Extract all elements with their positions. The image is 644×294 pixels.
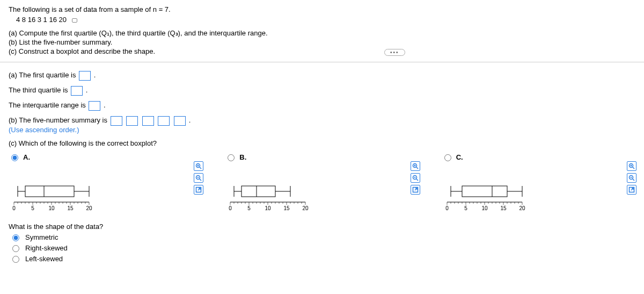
axis-ticks-a: 05101520 [12, 202, 92, 211]
shape-label-2: Left-skewed [25, 255, 63, 263]
boxplot-b-svg: 05101520 [225, 175, 311, 213]
boxplot-a-svg: 05101520 [9, 175, 94, 213]
svg-text:20: 20 [303, 205, 309, 211]
choice-a-radio[interactable] [11, 154, 18, 161]
period: . [86, 86, 88, 94]
shape-label-0: Symmetric [25, 233, 58, 241]
svg-text:0: 0 [445, 205, 449, 211]
fivenum-input-4[interactable] [158, 116, 170, 126]
svg-line-43 [416, 167, 418, 169]
svg-text:10: 10 [481, 205, 488, 211]
q3-label: The third quartile is [9, 86, 70, 94]
fivenum-label: (b) The five-number summary is [9, 116, 109, 124]
fivenum-input-3[interactable] [142, 116, 154, 126]
zoom-out-icon[interactable] [194, 173, 203, 183]
choice-a-label: A. [23, 153, 30, 161]
choice-c-radio[interactable] [444, 154, 451, 161]
shape-opt-symmetric[interactable]: Symmetric [10, 233, 635, 241]
period: . [94, 71, 96, 79]
period: . [104, 101, 106, 109]
task-a: (a) Compute the first quartile (Q₁), the… [9, 29, 635, 37]
zoom-in-icon[interactable] [627, 161, 636, 171]
drag-data-icon[interactable] [72, 18, 77, 23]
expand-icon[interactable] [627, 185, 636, 195]
boxplot-choices: A. 05101520 [9, 153, 636, 213]
zoom-out-icon[interactable] [411, 173, 420, 183]
task-c: (c) Construct a boxplot and describe the… [9, 47, 635, 55]
svg-text:5: 5 [248, 205, 251, 211]
choice-c: C. 05101520 [442, 153, 636, 213]
shape-radio-left[interactable] [12, 256, 19, 263]
svg-text:15: 15 [284, 205, 290, 211]
shape-label-1: Right-skewed [25, 244, 68, 252]
svg-text:20: 20 [519, 205, 525, 211]
more-options-button[interactable]: ••• [384, 49, 405, 56]
svg-text:10: 10 [265, 205, 272, 211]
svg-line-5 [200, 179, 201, 181]
svg-text:0: 0 [229, 205, 232, 211]
data-values-text: 4 8 16 3 1 16 20 [16, 16, 67, 24]
svg-line-89 [633, 179, 634, 181]
shape-options: Symmetric Right-skewed Left-skewed [9, 233, 635, 263]
period: . [189, 116, 191, 124]
svg-text:15: 15 [67, 205, 74, 211]
svg-text:10: 10 [48, 205, 55, 211]
choice-b-radio[interactable] [228, 154, 235, 161]
shape-opt-left[interactable]: Left-skewed [10, 254, 635, 263]
boxplot-c-svg: 05101520 [442, 175, 528, 213]
zoom-in-icon[interactable] [411, 161, 420, 171]
answer-fivenum-row: (b) The five-number summary is . (Use as… [9, 116, 635, 134]
q1-label: (a) The first quartile is [9, 71, 78, 79]
expand-icon[interactable] [194, 185, 203, 195]
shape-opt-right[interactable]: Right-skewed [10, 243, 635, 252]
fivenum-hint: (Use ascending order.) [9, 126, 635, 134]
answer-q1-row: (a) The first quartile is . [9, 71, 635, 81]
svg-text:0: 0 [12, 205, 16, 211]
choice-b-label: B. [239, 153, 246, 161]
svg-rect-38 [25, 186, 74, 197]
expand-icon[interactable] [411, 185, 420, 195]
divider [0, 62, 644, 62]
svg-text:15: 15 [500, 205, 507, 211]
data-values: 4 8 16 3 1 16 20 [16, 16, 635, 24]
fivenum-input-2[interactable] [126, 116, 138, 126]
svg-line-85 [633, 167, 634, 169]
task-b: (b) List the five-number summary. [9, 38, 635, 46]
q1-input[interactable] [79, 71, 91, 81]
choice-b: B. 05101520 [225, 153, 420, 213]
zoom-in-icon[interactable] [194, 161, 203, 171]
shape-radio-symmetric[interactable] [12, 234, 19, 241]
q3-input[interactable] [71, 86, 83, 96]
answer-q3-row: The third quartile is . [9, 86, 635, 96]
svg-text:5: 5 [31, 205, 34, 211]
svg-text:20: 20 [86, 205, 92, 211]
answer-iqr-row: The interquartile range is . [9, 101, 635, 111]
svg-text:5: 5 [464, 205, 467, 211]
svg-rect-80 [241, 186, 275, 197]
choice-c-label: C. [456, 153, 463, 161]
boxplot-question: (c) Which of the following is the correc… [9, 139, 635, 147]
svg-line-47 [416, 179, 418, 181]
svg-rect-122 [462, 186, 507, 197]
shape-radio-right[interactable] [12, 245, 19, 252]
fivenum-input-1[interactable] [111, 116, 122, 126]
fivenum-input-5[interactable] [174, 116, 186, 126]
task-list: (a) Compute the first quartile (Q₁), the… [9, 29, 635, 55]
intro-text: The following is a set of data from a sa… [9, 5, 635, 13]
zoom-out-icon[interactable] [627, 173, 636, 183]
choice-a: A. 05101520 [9, 153, 203, 213]
svg-line-1 [200, 167, 201, 169]
shape-question: What is the shape of the data? [9, 223, 635, 231]
iqr-input[interactable] [89, 101, 100, 111]
iqr-label: The interquartile range is [9, 101, 87, 109]
